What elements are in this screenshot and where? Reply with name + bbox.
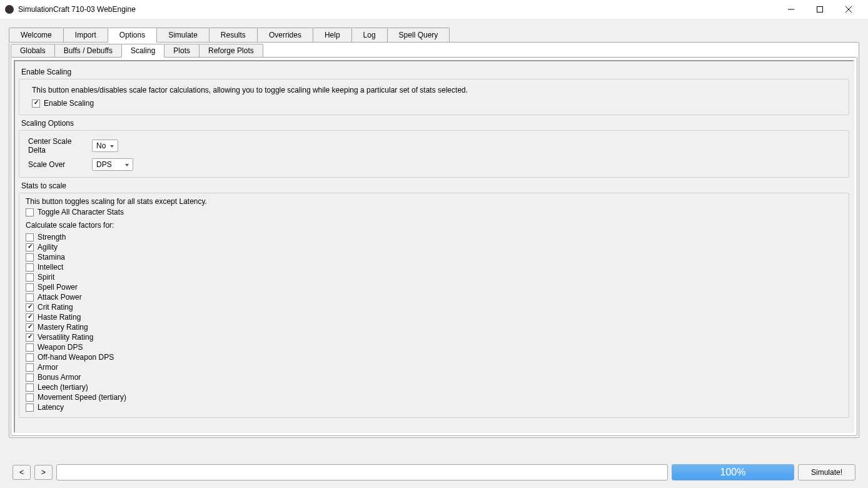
enable-scaling-checkbox-row[interactable]: Enable Scaling [32,98,841,108]
stat-row-armor[interactable]: Armor [26,362,841,372]
back-button[interactable]: < [13,465,31,480]
tab-results[interactable]: Results [209,28,258,42]
center-scale-delta-select[interactable]: No [92,140,118,152]
stat-checkbox[interactable] [26,323,34,332]
toggle-all-row[interactable]: Toggle All Character Stats [26,207,841,217]
stat-checkbox[interactable] [26,343,34,352]
stats-to-scale-group: Stats to scale This button toggles scali… [19,181,849,418]
stat-row-spirit[interactable]: Spirit [26,272,841,282]
stat-row-intellect[interactable]: Intellect [26,262,841,272]
stat-row-leech-tertiary-[interactable]: Leech (tertiary) [26,382,841,392]
enable-scaling-checkbox[interactable] [32,99,40,108]
tab-import[interactable]: Import [63,28,108,42]
stat-row-off-hand-weapon-dps[interactable]: Off-hand Weapon DPS [26,352,841,362]
stat-label: Strength [38,232,66,242]
enable-scaling-group: Enable Scaling This button enables/disab… [19,68,849,115]
stat-checkbox[interactable] [26,233,34,241]
primary-tabs: WelcomeImportOptionsSimulateResultsOverr… [9,28,859,42]
stat-label: Spirit [38,272,54,282]
footer-bar: < > 100% Simulate! [9,459,859,484]
forward-button[interactable]: > [34,465,53,480]
stat-row-haste-rating[interactable]: Haste Rating [26,312,841,322]
stat-row-attack-power[interactable]: Attack Power [26,292,841,302]
tab-welcome[interactable]: Welcome [9,28,64,42]
simulate-button[interactable]: Simulate! [798,464,855,480]
stat-checkbox[interactable] [26,253,34,262]
center-scale-delta-label: Center Scale Delta [28,137,91,155]
stat-row-agility[interactable]: Agility [26,242,841,252]
stat-row-spell-power[interactable]: Spell Power [26,282,841,292]
progress-bar: 100% [672,464,794,480]
scale-over-row: Scale Over DPS [28,158,841,171]
stat-label: Leech (tertiary) [38,382,88,392]
window-controls [777,0,863,19]
stat-checkbox[interactable] [26,263,34,272]
scaling-options-group: Scaling Options Center Scale Delta No Sc… [19,119,849,178]
stat-row-weapon-dps[interactable]: Weapon DPS [26,342,841,352]
secondary-tab-panel: Enable Scaling This button enables/disab… [11,57,857,436]
tab-overrides[interactable]: Overrides [257,28,313,42]
stat-label: Movement Speed (tertiary) [38,392,126,402]
subtab-scaling[interactable]: Scaling [121,44,164,58]
tab-log[interactable]: Log [351,28,388,42]
tab-help[interactable]: Help [313,28,352,42]
stat-checkbox[interactable] [26,353,34,362]
stat-checkbox[interactable] [26,283,34,292]
scaling-options-body: Center Scale Delta No Scale Over DPS [19,130,849,178]
stat-label: Bonus Armor [38,372,81,382]
title-bar: SimulationCraft 710-03 WebEngine [0,0,868,19]
stat-label: Spell Power [38,282,78,292]
toggle-all-checkbox[interactable] [26,208,34,216]
stat-row-movement-speed-tertiary-[interactable]: Movement Speed (tertiary) [26,392,841,402]
subtab-globals[interactable]: Globals [11,44,55,57]
stat-row-crit-rating[interactable]: Crit Rating [26,302,841,312]
maximize-button[interactable] [805,0,834,19]
stat-row-versatility-rating[interactable]: Versatility Rating [26,332,841,342]
stat-row-stamina[interactable]: Stamina [26,252,841,262]
subtab-plots[interactable]: Plots [164,44,199,57]
stat-row-bonus-armor[interactable]: Bonus Armor [26,372,841,382]
stat-checkbox[interactable] [26,363,34,372]
stat-checkbox[interactable] [26,384,34,392]
stat-checkbox[interactable] [26,273,34,282]
close-button[interactable] [834,0,863,19]
scaling-options-title: Scaling Options [21,119,849,128]
tab-spell-query[interactable]: Spell Query [387,28,450,42]
minimize-button[interactable] [777,0,805,19]
stat-label: Weapon DPS [38,342,83,352]
command-input[interactable] [56,464,668,480]
toggle-all-desc: This button toggles scaling for all stat… [26,197,841,206]
stat-label: Versatility Rating [38,332,93,342]
stat-checkbox[interactable] [26,313,34,322]
secondary-tabs: GlobalsBuffs / DebuffsScalingPlotsReforg… [11,44,857,57]
stats-list: StrengthAgilityStaminaIntellectSpiritSpe… [26,232,841,412]
scale-over-select[interactable]: DPS [92,158,133,171]
stat-checkbox[interactable] [26,394,34,402]
stat-checkbox[interactable] [26,333,34,342]
stat-label: Off-hand Weapon DPS [38,352,114,362]
subtab-buffs-debuffs[interactable]: Buffs / Debuffs [54,44,122,57]
stat-checkbox[interactable] [26,243,34,252]
stat-checkbox[interactable] [26,374,34,382]
scaling-content: Enable Scaling This button enables/disab… [14,60,854,433]
stat-label: Intellect [38,262,63,272]
primary-tab-panel: GlobalsBuffs / DebuffsScalingPlotsReforg… [9,42,859,438]
stat-row-latency[interactable]: Latency [26,402,841,412]
stat-checkbox[interactable] [26,293,34,302]
subtab-reforge-plots[interactable]: Reforge Plots [199,44,263,57]
stat-checkbox[interactable] [26,303,34,312]
stat-label: Haste Rating [38,312,81,322]
stat-row-mastery-rating[interactable]: Mastery Rating [26,322,841,332]
stats-to-scale-body: This button toggles scaling for all stat… [19,193,849,418]
scale-over-label: Scale Over [28,160,91,169]
stat-label: Crit Rating [38,302,73,312]
stat-row-strength[interactable]: Strength [26,232,841,242]
stat-label: Armor [38,362,58,372]
stat-label: Attack Power [38,292,82,302]
tab-options[interactable]: Options [108,28,157,43]
stat-label: Mastery Rating [38,322,88,332]
stats-to-scale-title: Stats to scale [21,181,849,190]
app-icon [5,5,14,14]
tab-simulate[interactable]: Simulate [156,28,209,42]
stat-checkbox[interactable] [26,404,34,412]
